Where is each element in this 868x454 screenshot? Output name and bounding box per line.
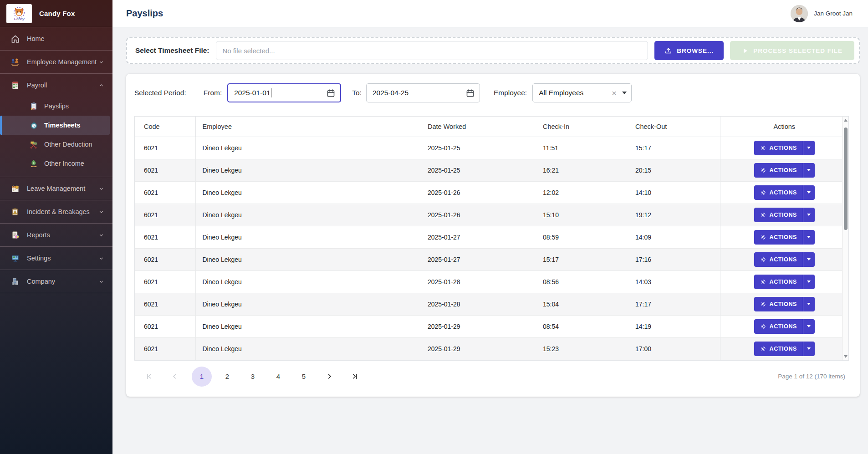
sidebar-item-label: Incident & Breakages xyxy=(27,208,90,215)
cell-check-out: 14:03 xyxy=(628,270,720,293)
table-row: 6021 Dineo Lekgeu 2025-01-28 08:56 14:03… xyxy=(135,270,848,293)
sidebar-item-timesheets[interactable]: Timesheets xyxy=(0,116,110,135)
column-header-check-out[interactable]: Check-Out xyxy=(628,117,720,137)
table-row: 6021 Dineo Lekgeu 2025-01-27 15:17 17:16… xyxy=(135,248,848,270)
cell-date-worked: 2025-01-25 xyxy=(421,137,536,159)
table-row: 6021 Dineo Lekgeu 2025-01-25 16:21 20:15… xyxy=(135,159,848,181)
actions-dropdown-toggle[interactable] xyxy=(803,297,815,311)
actions-dropdown-toggle[interactable] xyxy=(803,342,815,356)
cell-code: 6021 xyxy=(135,293,195,315)
caret-down-icon xyxy=(807,236,811,238)
actions-button[interactable]: ACTIONS xyxy=(754,275,803,289)
scroll-up-icon[interactable] xyxy=(844,119,848,122)
cell-check-in: 11:51 xyxy=(536,137,628,159)
column-header-employee[interactable]: Employee xyxy=(195,117,421,137)
cell-check-in: 15:17 xyxy=(536,248,628,270)
page-2-button[interactable]: 2 xyxy=(219,368,235,385)
actions-button[interactable]: ACTIONS xyxy=(754,163,803,178)
cell-code: 6021 xyxy=(135,181,195,204)
actions-button[interactable]: ACTIONS xyxy=(754,185,803,200)
actions-button[interactable]: ACTIONS xyxy=(754,141,803,155)
sidebar-item-other-deduction[interactable]: Other Deduction xyxy=(0,135,112,154)
scroll-down-icon[interactable] xyxy=(844,355,848,358)
sidebar-item-payslips[interactable]: Payslips xyxy=(0,97,112,116)
table-row: 6021 Dineo Lekgeu 2025-01-28 15:04 17:17… xyxy=(135,293,848,315)
svg-text:Candy: Candy xyxy=(14,17,25,21)
sidebar-item-payroll[interactable]: Payroll xyxy=(0,74,112,97)
process-selected-file-button[interactable]: PROCESS SELECTED FILE xyxy=(730,41,854,60)
table-row: 6021 Dineo Lekgeu 2025-01-25 11:51 15:17… xyxy=(135,137,848,159)
first-page-button[interactable] xyxy=(141,368,157,385)
actions-button[interactable]: ACTIONS xyxy=(754,319,803,334)
sidebar-item-label: Company xyxy=(27,278,55,285)
table-row: 6021 Dineo Lekgeu 2025-01-29 15:23 17:00… xyxy=(135,337,848,360)
sidebar-item-reports[interactable]: Reports xyxy=(0,224,112,246)
actions-dropdown-toggle[interactable] xyxy=(803,163,815,178)
caret-down-icon xyxy=(807,258,811,260)
actions-dropdown-toggle[interactable] xyxy=(803,185,815,200)
browse-button[interactable]: BROWSE... xyxy=(654,41,724,60)
sidebar-item-home[interactable]: Home xyxy=(0,27,112,50)
calendar-icon[interactable] xyxy=(465,88,475,98)
sidebar-item-employee-management[interactable]: Employee Management xyxy=(0,51,112,73)
sidebar-item-settings[interactable]: Settings xyxy=(0,247,112,270)
calendar-icon[interactable] xyxy=(326,88,336,98)
to-date-input[interactable]: 2025-04-25 xyxy=(366,83,480,102)
actions-dropdown-toggle[interactable] xyxy=(803,319,815,334)
page-3-button[interactable]: 3 xyxy=(245,368,261,385)
cell-employee: Dineo Lekgeu xyxy=(195,159,421,181)
actions-button-label: ACTIONS xyxy=(770,234,797,240)
payroll-icon xyxy=(10,80,20,90)
actions-dropdown-toggle[interactable] xyxy=(803,230,815,245)
cell-code: 6021 xyxy=(135,315,195,337)
page-4-button[interactable]: 4 xyxy=(270,368,286,385)
cell-check-in: 15:23 xyxy=(536,337,628,360)
prev-page-button[interactable] xyxy=(166,368,183,385)
page-1-button[interactable]: 1 xyxy=(192,367,212,387)
last-page-button[interactable] xyxy=(347,368,363,385)
table-row: 6021 Dineo Lekgeu 2025-01-27 08:59 14:09… xyxy=(135,226,848,248)
sidebar-item-label: Employee Management xyxy=(27,58,97,66)
sidebar-item-incident-breakages[interactable]: Incident & Breakages xyxy=(0,200,112,223)
column-header-check-in[interactable]: Check-In xyxy=(536,117,628,137)
actions-dropdown-toggle[interactable] xyxy=(803,252,815,267)
cell-code: 6021 xyxy=(135,204,195,226)
chevron-down-icon xyxy=(98,279,104,285)
actions-button[interactable]: ACTIONS xyxy=(754,252,803,267)
sidebar-item-leave-management[interactable]: Leave Management xyxy=(0,177,112,200)
actions-button[interactable]: ACTIONS xyxy=(754,230,803,245)
user-menu[interactable]: Jan Groot Jan xyxy=(791,5,853,22)
last-page-icon xyxy=(351,372,359,380)
actions-button-label: ACTIONS xyxy=(770,189,797,196)
sidebar-item-company[interactable]: Company xyxy=(0,270,112,293)
from-date-input[interactable]: 2025-01-01 xyxy=(227,83,341,102)
sidebar-item-other-income[interactable]: Other Income xyxy=(0,154,112,173)
timesheet-file-input[interactable] xyxy=(216,41,648,60)
actions-button[interactable]: ACTIONS xyxy=(754,342,803,356)
filter-row: Selected Period: From: 2025-01-01 To: 20… xyxy=(134,83,849,102)
column-header-date-worked[interactable]: Date Worked xyxy=(421,117,536,137)
cell-date-worked: 2025-01-26 xyxy=(421,204,536,226)
cell-code: 6021 xyxy=(135,137,195,159)
actions-button[interactable]: ACTIONS xyxy=(754,208,803,222)
column-header-code[interactable]: Code xyxy=(135,117,195,137)
scrollbar-thumb[interactable] xyxy=(844,128,848,230)
employee-label: Employee: xyxy=(494,89,527,97)
table-scrollbar[interactable] xyxy=(842,117,848,360)
text-cursor xyxy=(271,88,272,97)
cell-check-in: 15:04 xyxy=(536,293,628,315)
actions-button[interactable]: ACTIONS xyxy=(754,297,803,311)
actions-button-label: ACTIONS xyxy=(770,323,797,330)
brand-name: Candy Fox xyxy=(39,10,75,17)
clear-icon[interactable]: × xyxy=(612,89,617,97)
avatar[interactable] xyxy=(791,5,808,22)
page-5-button[interactable]: 5 xyxy=(296,368,312,385)
cell-date-worked: 2025-01-29 xyxy=(421,315,536,337)
cell-code: 6021 xyxy=(135,337,195,360)
actions-dropdown-toggle[interactable] xyxy=(803,208,815,222)
employee-select[interactable]: All Employees × xyxy=(532,83,632,102)
actions-button-label: ACTIONS xyxy=(770,212,797,218)
actions-dropdown-toggle[interactable] xyxy=(803,141,815,155)
next-page-button[interactable] xyxy=(321,368,337,385)
actions-dropdown-toggle[interactable] xyxy=(803,275,815,289)
